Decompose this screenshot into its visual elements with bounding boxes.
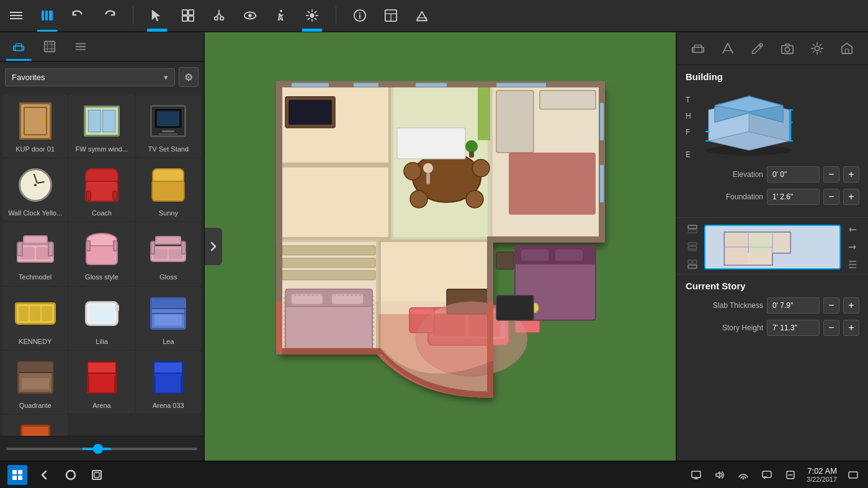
menu-button[interactable] — [6, 6, 26, 25]
export-button[interactable] — [412, 6, 432, 25]
cut-button[interactable] — [209, 6, 229, 25]
taskbar-tablet-icon[interactable] — [783, 468, 798, 482]
elevation-input[interactable] — [767, 166, 820, 183]
taskbar-chat-icon[interactable] — [759, 468, 774, 482]
svg-rect-66 — [289, 100, 332, 125]
select-button[interactable] — [147, 6, 167, 25]
svg-rect-87 — [496, 252, 514, 269]
furniture-item-quadrante[interactable]: Quadrante — [2, 351, 68, 413]
rp-icon-furniture[interactable] — [687, 37, 709, 60]
furniture-icon-sofa-pink — [14, 227, 57, 271]
library-button[interactable] — [37, 6, 57, 25]
floor-icon-1[interactable] — [686, 223, 699, 237]
taskbar-back-button[interactable] — [36, 466, 53, 484]
furniture-item-lea[interactable]: Lea — [136, 287, 201, 350]
canvas-expand-button[interactable] — [205, 228, 222, 265]
furniture-item-arena[interactable]: Arena — [69, 351, 134, 413]
taskbar-circle-button[interactable] — [62, 466, 79, 484]
furniture-item-kup-door[interactable]: KUP door 01 — [2, 94, 68, 157]
taskbar-network-icon[interactable] — [736, 468, 751, 482]
group-button[interactable] — [178, 6, 198, 25]
label-E: E — [686, 150, 691, 159]
furniture-item-lilia[interactable]: Lilia — [69, 287, 134, 350]
taskbar-monitor-icon[interactable] — [689, 468, 704, 482]
furniture-item-misc[interactable] — [2, 415, 68, 436]
slab-thickness-label: Slab Thickness — [686, 301, 763, 310]
svg-point-15 — [310, 13, 314, 17]
current-story-title: Current Story — [686, 281, 859, 291]
furniture-item-sunny[interactable]: Sunny — [136, 158, 201, 221]
rp-icon-house[interactable] — [836, 37, 858, 60]
elevation-plus-button[interactable]: + — [843, 166, 859, 183]
thumbnail-slider[interactable] — [6, 448, 197, 450]
furniture-item-tv-stand[interactable]: TV Set Stand — [136, 94, 201, 157]
layout-button[interactable] — [381, 6, 401, 25]
gear-icon: ⚙ — [184, 71, 193, 83]
furniture-label: KENNEDY — [19, 338, 51, 346]
rp-icon-camera[interactable] — [776, 37, 799, 60]
taskbar-volume-icon[interactable] — [712, 468, 727, 482]
furniture-item-coach[interactable]: Coach — [69, 158, 134, 221]
foundation-minus-button[interactable]: − — [823, 189, 839, 205]
canvas-area[interactable] — [205, 32, 676, 461]
furniture-item-gloss[interactable]: Gloss — [136, 222, 201, 285]
building-3d-svg — [696, 88, 802, 156]
furniture-item-gloss-style[interactable]: Gloss style — [69, 222, 134, 285]
foundation-plus-button[interactable]: + — [843, 189, 859, 205]
furniture-icon-chair-blue — [146, 356, 190, 399]
sun-button[interactable] — [302, 6, 322, 25]
taskbar-time[interactable]: 7:02 AM 3/22/2017 — [807, 466, 837, 483]
svg-rect-136 — [688, 260, 692, 264]
dropdown-arrow-icon: ▾ — [164, 73, 168, 82]
floor-plan-thumbnail[interactable] — [704, 225, 841, 269]
svg-point-62 — [472, 160, 490, 177]
furniture-item-arena-033[interactable]: Arena 033 — [136, 351, 201, 413]
slab-plus-button[interactable]: + — [843, 297, 859, 314]
furniture-label: Sunny — [159, 209, 178, 217]
tab-list[interactable] — [68, 36, 93, 61]
furniture-item-fw-window[interactable]: FW symm wind... — [69, 94, 134, 157]
furniture-item-wall-clock[interactable]: Wall Clock Yello... — [2, 158, 68, 221]
svg-rect-144 — [749, 233, 771, 253]
furniture-label: Quadrante — [19, 402, 51, 410]
svg-rect-99 — [600, 103, 604, 140]
rp-icon-walls[interactable] — [717, 37, 739, 60]
info-button[interactable] — [350, 6, 370, 25]
floor-icon-2[interactable] — [686, 240, 699, 254]
floor-icon-right-3[interactable] — [846, 258, 859, 271]
story-height-input[interactable] — [767, 320, 820, 336]
furniture-item-kennedy[interactable]: KENNEDY — [2, 287, 68, 350]
svg-point-61 — [466, 191, 483, 208]
walk-button[interactable] — [271, 6, 291, 25]
slab-minus-button[interactable]: − — [823, 297, 839, 314]
floor-icon-3[interactable] — [686, 258, 699, 271]
tab-furniture[interactable] — [6, 36, 31, 61]
elevation-minus-button[interactable]: − — [823, 166, 839, 183]
taskbar-notification-icon[interactable] — [846, 468, 861, 482]
view-button[interactable] — [240, 6, 260, 25]
furniture-item-techmodel[interactable]: Techmodel — [2, 222, 68, 285]
undo-button[interactable] — [68, 6, 88, 25]
taskbar-window-button[interactable] — [88, 466, 105, 484]
slab-thickness-input[interactable] — [767, 297, 820, 314]
story-height-minus-button[interactable]: − — [823, 320, 839, 336]
svg-rect-2 — [49, 11, 53, 20]
gear-button[interactable]: ⚙ — [179, 67, 199, 87]
favorites-dropdown[interactable]: Favorites ▾ — [5, 68, 175, 86]
rp-icon-sun[interactable] — [806, 37, 828, 60]
floor-thumbnails-section — [677, 218, 868, 274]
rp-icon-pencil[interactable] — [746, 37, 769, 60]
svg-rect-64 — [397, 128, 465, 159]
floor-icon-right-2[interactable] — [846, 240, 859, 254]
svg-line-20 — [308, 11, 309, 12]
story-height-plus-button[interactable]: + — [843, 320, 859, 336]
redo-button[interactable] — [99, 6, 119, 25]
svg-rect-158 — [692, 471, 700, 477]
furniture-label: TV Set Stand — [148, 145, 189, 153]
foundation-input[interactable] — [767, 189, 820, 205]
floor-plan-canvas[interactable] — [205, 32, 676, 461]
floor-icon-right-1[interactable] — [846, 223, 859, 237]
furniture-icon-sofa-yellow — [14, 292, 57, 335]
tab-blueprint[interactable] — [37, 36, 62, 61]
start-button[interactable] — [7, 465, 27, 485]
